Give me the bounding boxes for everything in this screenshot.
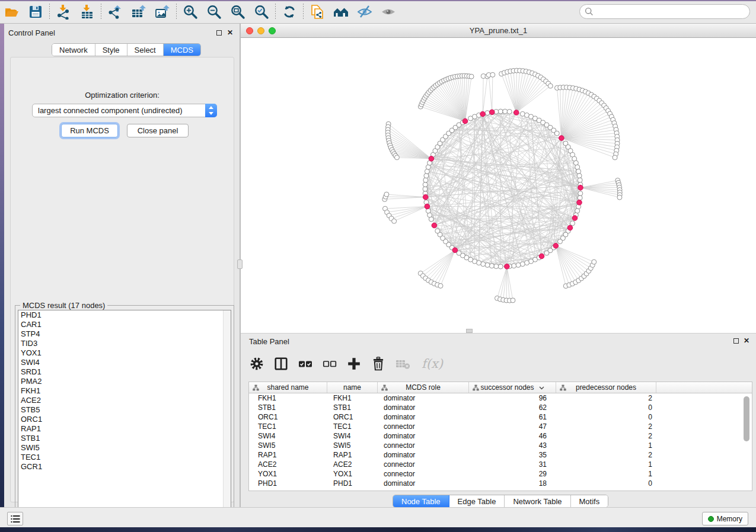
table-row[interactable]: YOX1YOX1connector291 bbox=[249, 469, 752, 479]
table-cell[interactable]: 0 bbox=[556, 403, 656, 412]
zoom-out-icon[interactable] bbox=[202, 2, 226, 22]
table-row[interactable]: RAP1RAP1dominator352 bbox=[249, 450, 752, 460]
table-scrollbar-thumb[interactable] bbox=[744, 396, 749, 441]
mcds-result-item[interactable]: SWI4 bbox=[18, 358, 231, 367]
mcds-result-item[interactable]: PMA2 bbox=[18, 377, 231, 386]
table-row[interactable]: SWI5SWI5connector431 bbox=[249, 441, 752, 450]
table-cell[interactable]: SWI4 bbox=[327, 432, 378, 440]
mcds-result-item[interactable]: YOX1 bbox=[18, 348, 231, 358]
mcds-result-item[interactable]: TEC1 bbox=[18, 453, 231, 462]
show-all-icon[interactable] bbox=[377, 2, 400, 22]
table-cell[interactable]: RAP1 bbox=[249, 451, 327, 459]
column-header-name[interactable]: name bbox=[327, 382, 378, 393]
hide-selected-icon[interactable] bbox=[353, 2, 377, 22]
table-cell[interactable]: 1 bbox=[556, 460, 656, 469]
criterion-select[interactable]: largest connected component (undirected) bbox=[32, 104, 217, 117]
table-cell[interactable]: FKH1 bbox=[249, 394, 327, 402]
column-header-mcds-role[interactable]: MCDS role bbox=[378, 382, 469, 393]
table-cell[interactable]: PHD1 bbox=[327, 479, 378, 488]
table-cell[interactable]: dominator bbox=[378, 403, 469, 412]
column-header-successor-nodes[interactable]: successor nodes bbox=[469, 382, 556, 393]
horizontal-splitter-handle[interactable] bbox=[466, 329, 473, 333]
mcds-result-item[interactable]: STB1 bbox=[18, 434, 231, 443]
import-network-icon[interactable] bbox=[52, 2, 75, 22]
column-header-predecessor-nodes[interactable]: predecessor nodes bbox=[556, 382, 656, 393]
mcds-result-item[interactable]: STB5 bbox=[18, 405, 231, 415]
list-scrollbar[interactable] bbox=[223, 310, 231, 521]
table-row[interactable]: ORC1ORC1dominator610 bbox=[249, 412, 752, 422]
tab-edge-table[interactable]: Edge Table bbox=[449, 495, 505, 507]
mcds-result-item[interactable]: PHD1 bbox=[18, 310, 231, 320]
table-cell[interactable]: 31 bbox=[469, 460, 556, 469]
clone-network-icon[interactable] bbox=[305, 2, 329, 22]
mcds-result-list[interactable]: PHD1CAR1STP4TID3YOX1SWI4SRD1PMA2FKH1ACE2… bbox=[18, 310, 231, 522]
export-table-icon[interactable] bbox=[127, 2, 151, 22]
tab-mcds[interactable]: MCDS bbox=[164, 44, 200, 56]
import-table-icon[interactable] bbox=[75, 2, 99, 22]
network-canvas[interactable] bbox=[241, 38, 756, 333]
table-cell[interactable]: RAP1 bbox=[327, 451, 378, 459]
mcds-result-item[interactable]: STP4 bbox=[18, 329, 231, 339]
table-row[interactable]: PHD1PHD1dominator180 bbox=[249, 479, 752, 488]
table-cell[interactable]: dominator bbox=[378, 413, 469, 421]
save-icon[interactable] bbox=[24, 2, 47, 22]
tab-motifs[interactable]: Motifs bbox=[571, 495, 608, 507]
zoom-selected-icon[interactable] bbox=[250, 2, 273, 22]
columns-icon[interactable] bbox=[273, 356, 289, 371]
mcds-result-item[interactable]: CAR1 bbox=[18, 320, 231, 329]
delete-icon[interactable] bbox=[371, 356, 386, 371]
export-network-icon[interactable] bbox=[103, 2, 127, 22]
tab-node-table[interactable]: Node Table bbox=[393, 495, 449, 507]
table-cell[interactable]: TEC1 bbox=[327, 422, 378, 431]
first-neighbors-icon[interactable] bbox=[329, 2, 353, 22]
table-cell[interactable]: PHD1 bbox=[249, 479, 327, 488]
select-all-icon[interactable] bbox=[298, 356, 313, 371]
table-cell[interactable]: 46 bbox=[469, 432, 556, 440]
table-cell[interactable]: dominator bbox=[378, 479, 469, 488]
table-cell[interactable]: 2 bbox=[556, 422, 656, 431]
table-cell[interactable]: 2 bbox=[556, 451, 656, 459]
table-cell[interactable]: 2 bbox=[556, 432, 656, 440]
tab-select[interactable]: Select bbox=[127, 44, 164, 56]
table-cell[interactable]: dominator bbox=[378, 451, 469, 459]
open-folder-icon[interactable] bbox=[0, 2, 24, 22]
close-table-panel-icon[interactable]: ✕ bbox=[744, 337, 749, 344]
run-mcds-button[interactable]: Run MCDS bbox=[61, 124, 118, 137]
table-cell[interactable]: TEC1 bbox=[249, 422, 327, 431]
close-panel-button[interactable]: Close panel bbox=[127, 124, 189, 137]
table-cell[interactable]: 18 bbox=[469, 479, 556, 488]
table-cell[interactable]: YOX1 bbox=[327, 470, 378, 478]
close-panel-icon[interactable]: ✕ bbox=[227, 29, 233, 36]
mcds-result-item[interactable]: TID3 bbox=[18, 339, 231, 348]
mcds-result-item[interactable]: GCR1 bbox=[18, 462, 231, 472]
table-cell[interactable]: 96 bbox=[469, 394, 556, 402]
table-row[interactable]: STB1STB1dominator620 bbox=[249, 403, 752, 412]
gear-icon[interactable] bbox=[249, 356, 264, 371]
float-panel-icon[interactable] bbox=[216, 30, 222, 36]
zoom-fit-icon[interactable] bbox=[226, 2, 250, 22]
tab-network-table[interactable]: Network Table bbox=[505, 495, 570, 507]
table-row[interactable]: FKH1FKH1dominator962 bbox=[249, 393, 752, 403]
task-history-button[interactable] bbox=[7, 512, 23, 525]
deselect-all-icon[interactable] bbox=[322, 356, 337, 371]
table-cell[interactable]: 0 bbox=[556, 479, 656, 488]
table-cell[interactable]: STB1 bbox=[327, 403, 378, 412]
table-cell[interactable]: ACE2 bbox=[327, 460, 378, 469]
table-cell[interactable]: FKH1 bbox=[327, 394, 378, 402]
zoom-in-icon[interactable] bbox=[178, 2, 202, 22]
tab-network[interactable]: Network bbox=[52, 44, 95, 56]
table-row[interactable]: SWI4SWI4dominator462 bbox=[249, 431, 752, 441]
table-cell[interactable]: SWI5 bbox=[249, 441, 327, 450]
table-cell[interactable]: 47 bbox=[469, 422, 556, 431]
add-icon[interactable] bbox=[346, 356, 362, 371]
table-cell[interactable]: 62 bbox=[469, 403, 556, 412]
table-cell[interactable]: 35 bbox=[469, 451, 556, 459]
table-cell[interactable]: STB1 bbox=[249, 403, 327, 412]
mcds-result-item[interactable]: SWI5 bbox=[18, 443, 231, 453]
table-cell[interactable]: dominator bbox=[378, 432, 469, 440]
table-row[interactable]: ACE2ACE2connector311 bbox=[249, 460, 752, 469]
table-cell[interactable]: 1 bbox=[556, 470, 656, 478]
table-cell[interactable]: YOX1 bbox=[249, 470, 327, 478]
table-cell[interactable]: ORC1 bbox=[327, 413, 378, 421]
table-cell[interactable]: 29 bbox=[469, 470, 556, 478]
